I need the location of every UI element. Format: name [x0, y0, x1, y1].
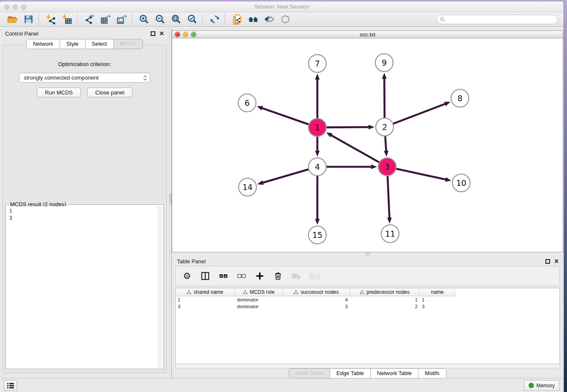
open-session-button[interactable]: [4, 13, 20, 26]
save-session-button[interactable]: [20, 13, 36, 26]
hide-selected-button[interactable]: [261, 13, 277, 26]
column-header-shared-name[interactable]: shared name: [176, 288, 235, 296]
table-row[interactable]: 3dominator323: [176, 303, 559, 310]
graph-edge-2-8[interactable]: [392, 104, 446, 124]
window-close-button[interactable]: [4, 5, 9, 10]
network-graph[interactable]: 7968124314101511: [172, 39, 563, 252]
table-cell[interactable]: 3: [176, 303, 235, 310]
graph-node-label: 15: [312, 230, 322, 240]
float-panel-icon[interactable]: [151, 31, 155, 36]
zoom-selected-button[interactable]: [184, 13, 200, 26]
zoom-in-button[interactable]: [136, 13, 152, 26]
table-cell[interactable]: dominator: [235, 303, 283, 310]
splitter-handle[interactable]: [170, 193, 171, 204]
toolbar-separator: [132, 14, 134, 25]
graph-edge-2-3[interactable]: [385, 135, 386, 152]
run-mcds-button[interactable]: Run MCDS: [37, 88, 81, 97]
import-network-button[interactable]: [43, 13, 59, 26]
table-cell[interactable]: 1: [420, 296, 455, 303]
horizontal-splitter[interactable]: [172, 252, 563, 256]
window-minimize-button[interactable]: [13, 5, 18, 10]
import-table-button[interactable]: [59, 13, 75, 26]
table-panel-tabbar: Node TableEdge TableNetwork TableMotifs: [289, 368, 446, 378]
apply-layout-button[interactable]: [206, 13, 223, 26]
tab-select[interactable]: Select: [85, 39, 114, 49]
column-header-successor-nodes[interactable]: successor nodes: [283, 288, 350, 296]
graph-node-label: 8: [457, 94, 462, 103]
column-header-predecessor-nodes[interactable]: predecessor nodes: [350, 288, 420, 296]
result-scrollbar[interactable]: [158, 206, 162, 367]
graph-node-label: 4: [315, 162, 320, 171]
graph-edge-4-14[interactable]: [262, 169, 310, 183]
delete-column-button[interactable]: [272, 271, 284, 282]
tab-network-table[interactable]: Network Table: [371, 368, 418, 378]
column-header-mcds-role[interactable]: MCDS role: [235, 288, 283, 296]
graph-node-label: 11: [385, 229, 395, 238]
graph-edge-3-11[interactable]: [388, 175, 390, 218]
graph-edge-1-2[interactable]: [325, 127, 369, 127]
edge-arrowhead: [371, 165, 377, 169]
network-window-titlebar[interactable]: x − + scc.txt: [172, 31, 563, 39]
column-type-icon: [243, 290, 248, 295]
splitter-handle[interactable]: [366, 253, 370, 255]
graph-edge-3-1[interactable]: [330, 135, 380, 163]
frame-close-button[interactable]: x: [175, 32, 180, 37]
table-cell[interactable]: 1: [350, 296, 420, 303]
network-canvas[interactable]: 7968124314101511: [172, 39, 563, 252]
tab-mcds[interactable]: MCDS: [114, 39, 143, 49]
tab-edge-table[interactable]: Edge Table: [330, 368, 371, 378]
close-panel-button[interactable]: Close panel: [87, 88, 132, 97]
close-panel-icon[interactable]: ✕: [554, 259, 559, 264]
tab-motifs[interactable]: Motifs: [418, 368, 446, 378]
table-cell[interactable]: 4: [283, 296, 350, 303]
result-item[interactable]: 3: [9, 215, 155, 222]
frame-maximize-button[interactable]: +: [191, 32, 196, 37]
column-header-label: name: [431, 289, 443, 295]
table-cell[interactable]: dominator: [235, 296, 283, 303]
first-neighbors-button[interactable]: [245, 13, 261, 26]
duplicate-network-button[interactable]: [229, 13, 245, 26]
tab-node-table[interactable]: Node Table: [289, 368, 330, 378]
result-item[interactable]: 1: [9, 207, 155, 215]
tab-network[interactable]: Network: [26, 39, 60, 49]
table-panel-header: Table Panel ✕: [172, 256, 563, 267]
table-cell[interactable]: 3: [420, 303, 455, 310]
zoom-out-button[interactable]: [152, 13, 168, 26]
table-cell[interactable]: 3: [283, 303, 350, 310]
edge-arrowhead: [384, 151, 388, 157]
show-tasks-button[interactable]: [4, 380, 17, 391]
zoom-fit-button[interactable]: [168, 13, 184, 26]
show-columns-button[interactable]: [200, 271, 211, 282]
table-cell[interactable]: 1: [176, 296, 235, 303]
graph-node-label: 7: [315, 59, 320, 68]
frame-minimize-button[interactable]: −: [183, 32, 188, 37]
graph-edge-1-6[interactable]: [261, 108, 310, 125]
select-all-columns-button[interactable]: [218, 271, 229, 282]
window-zoom-button[interactable]: [21, 5, 26, 10]
tab-style[interactable]: Style: [60, 39, 85, 49]
optimization-dropdown[interactable]: strongly connected component: [19, 73, 150, 83]
table-row[interactable]: 1dominator411: [176, 296, 559, 303]
search-input[interactable]: [447, 17, 554, 22]
export-image-button[interactable]: [113, 13, 129, 26]
create-column-button[interactable]: [254, 271, 265, 282]
float-panel-icon[interactable]: [545, 259, 550, 264]
zoom-selected-icon: [187, 14, 198, 25]
graph-edge-3-10[interactable]: [395, 168, 446, 179]
unselect-all-columns-button[interactable]: [236, 271, 247, 282]
memory-button[interactable]: Memory: [524, 380, 559, 391]
export-table-button[interactable]: [97, 13, 113, 26]
table-settings-button[interactable]: ⚙: [182, 271, 193, 282]
stepper-arrows-icon: [143, 75, 147, 81]
memory-label: Memory: [537, 383, 555, 389]
close-panel-icon[interactable]: ✕: [159, 31, 164, 36]
export-network-button[interactable]: [81, 13, 97, 26]
delete-table-button[interactable]: [291, 271, 302, 282]
table-cell[interactable]: 2: [350, 303, 420, 310]
show-all-button[interactable]: [277, 13, 293, 26]
graph-edge-2-9[interactable]: [384, 78, 385, 119]
function-builder-button[interactable]: f(x): [309, 271, 320, 282]
table-hscrollbar[interactable]: [175, 364, 560, 368]
mcds-result-list[interactable]: 13: [7, 206, 157, 367]
column-header-name[interactable]: name: [420, 288, 455, 296]
